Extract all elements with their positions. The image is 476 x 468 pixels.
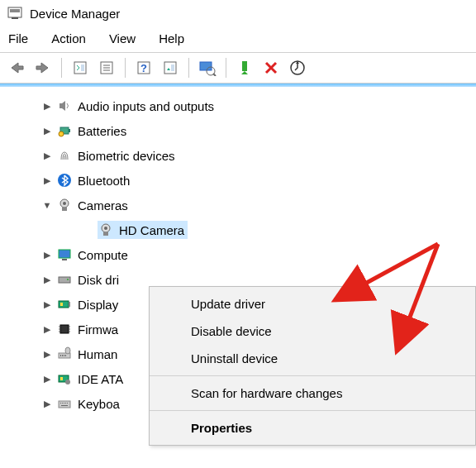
svg-rect-53 — [62, 403, 63, 404]
svg-rect-43 — [60, 355, 61, 356]
tree-item-biometric[interactable]: ▶ Biometric devices — [0, 143, 476, 168]
svg-rect-4 — [81, 64, 84, 71]
svg-rect-49 — [60, 377, 63, 380]
svg-rect-13 — [200, 62, 212, 70]
app-icon — [7, 5, 23, 21]
scan-button[interactable] — [159, 56, 182, 79]
show-hidden-devices-button[interactable] — [69, 56, 92, 79]
menu-file[interactable]: File — [8, 31, 28, 45]
svg-line-15 — [213, 74, 216, 76]
tree-item-cameras[interactable]: ▼ Cameras — [0, 193, 476, 217]
chevron-right-icon[interactable]: ▶ — [41, 398, 53, 409]
separator-icon — [150, 410, 475, 411]
chevron-right-icon[interactable]: ▶ — [41, 174, 53, 186]
chevron-right-icon[interactable]: ▶ — [41, 249, 53, 260]
svg-rect-54 — [64, 403, 64, 404]
chevron-spacer: ▶ — [83, 224, 94, 236]
tree-item-label: Batteries — [78, 124, 126, 138]
chip-icon — [56, 321, 73, 337]
ctx-properties[interactable]: Properties — [150, 414, 475, 442]
svg-rect-44 — [62, 355, 63, 356]
chevron-right-icon[interactable]: ▶ — [41, 348, 53, 360]
separator-icon — [61, 58, 62, 78]
tree-item-batteries[interactable]: ▶ Batteries — [0, 118, 476, 143]
ctx-scan-hardware[interactable]: Scan for hardware changes — [150, 380, 475, 407]
context-menu: Update driver Disable device Uninstall d… — [149, 286, 476, 446]
ctx-uninstall-device[interactable]: Uninstall device — [150, 345, 475, 372]
svg-rect-1 — [10, 9, 20, 12]
camera-icon — [98, 222, 114, 238]
svg-rect-33 — [60, 303, 63, 306]
ctx-disable-device[interactable]: Disable device — [150, 318, 475, 345]
menu-action[interactable]: Action — [51, 31, 86, 45]
chevron-down-icon[interactable]: ▼ — [41, 199, 53, 211]
chevron-right-icon[interactable]: ▶ — [41, 298, 53, 310]
svg-text:?: ? — [140, 62, 147, 74]
battery-icon — [56, 122, 73, 139]
uninstall-device-button[interactable] — [259, 56, 283, 79]
chevron-right-icon[interactable]: ▶ — [41, 125, 53, 136]
separator-icon — [226, 58, 226, 78]
svg-rect-35 — [60, 325, 69, 333]
tree-item-computer[interactable]: ▶ Compute — [0, 242, 476, 267]
menu-bar: File Action View Help — [0, 26, 476, 52]
svg-rect-19 — [69, 129, 70, 132]
chevron-right-icon[interactable]: ▶ — [41, 274, 53, 285]
ide-icon — [56, 370, 73, 387]
svg-rect-51 — [59, 401, 70, 408]
toolbar: ? — [0, 52, 476, 84]
svg-rect-34 — [69, 302, 70, 307]
properties-button[interactable] — [95, 56, 118, 79]
chevron-right-icon[interactable]: ▶ — [41, 100, 53, 112]
scan-hardware-button[interactable] — [286, 56, 309, 79]
tree-item-label: Cameras — [78, 198, 128, 213]
speaker-icon — [56, 98, 73, 114]
back-button[interactable] — [5, 56, 28, 79]
svg-point-50 — [65, 380, 70, 384]
tree-item-bluetooth[interactable]: ▶ Bluetooth — [0, 168, 476, 193]
tree-item-label: Bluetooth — [78, 174, 130, 188]
enable-device-button[interactable] — [233, 56, 256, 79]
svg-point-31 — [67, 279, 69, 280]
help-button[interactable]: ? — [132, 56, 155, 79]
tree-item-label: Disk dri — [78, 273, 119, 287]
tree-item-label: Display — [78, 298, 118, 312]
svg-point-26 — [104, 227, 107, 230]
svg-point-47 — [65, 347, 70, 354]
svg-rect-46 — [65, 355, 66, 356]
forward-button[interactable] — [31, 56, 55, 79]
disk-icon — [56, 271, 73, 288]
title-bar: Device Manager — [0, 0, 476, 26]
camera-icon — [56, 197, 73, 213]
menu-help[interactable]: Help — [159, 31, 184, 45]
ctx-update-driver[interactable]: Update driver — [150, 290, 475, 318]
svg-rect-56 — [67, 403, 68, 404]
bluetooth-icon — [56, 172, 73, 189]
update-driver-button[interactable] — [196, 56, 219, 79]
tree-item-hd-camera[interactable]: ▶ HD Camera — [0, 217, 476, 242]
svg-rect-55 — [65, 403, 66, 404]
tree-item-label: IDE ATA — [78, 372, 123, 386]
tree-item-label: Keyboa — [78, 397, 120, 411]
svg-rect-29 — [62, 259, 67, 260]
chevron-right-icon[interactable]: ▶ — [41, 323, 53, 335]
tree-item-label: Biometric devices — [78, 149, 175, 163]
svg-rect-52 — [60, 403, 61, 404]
tree-item-audio[interactable]: ▶ Audio inputs and outputs — [0, 93, 476, 118]
separator-icon — [125, 58, 126, 78]
svg-point-20 — [59, 131, 64, 136]
svg-rect-24 — [62, 208, 67, 211]
chevron-right-icon[interactable]: ▶ — [41, 373, 53, 384]
svg-rect-57 — [61, 405, 68, 406]
separator-icon — [188, 58, 189, 78]
tree-item-label: Firmwa — [78, 322, 118, 337]
svg-rect-16 — [242, 61, 247, 71]
menu-view[interactable]: View — [109, 31, 136, 45]
svg-rect-27 — [103, 232, 108, 236]
chevron-right-icon[interactable]: ▶ — [41, 150, 53, 161]
tree-item-label: Audio inputs and outputs — [78, 99, 214, 113]
hid-icon — [56, 346, 73, 362]
monitor-icon — [56, 246, 73, 263]
svg-rect-30 — [59, 277, 70, 283]
svg-rect-12 — [171, 64, 174, 71]
